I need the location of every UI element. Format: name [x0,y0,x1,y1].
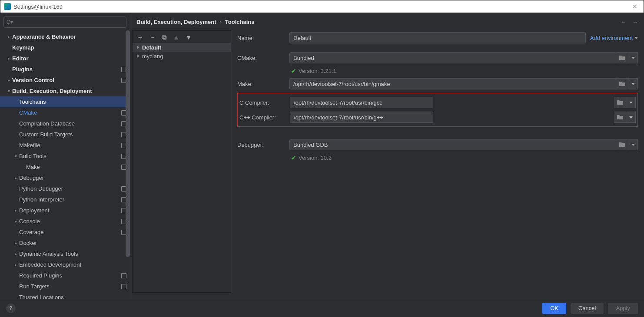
tree-item-label: Python Debugger [19,185,121,192]
cmake-browse-button[interactable] [616,52,628,63]
tree-item-console[interactable]: ▸Console [0,216,130,227]
cxx-compiler-dropdown-button[interactable] [626,112,636,123]
c-compiler-browse-button[interactable] [614,97,626,108]
tree-item-deployment[interactable]: ▸Deployment [0,205,130,216]
highlighted-compilers-box: C Compiler: /opt/rh/devtoolset-7/root/us… [237,93,638,127]
chevron-icon: ▸ [12,251,19,256]
tree-item-label: Appearance & Behavior [12,33,126,40]
debugger-field[interactable]: Bundled GDB [289,139,616,150]
nav-forward-icon[interactable]: → [632,19,638,25]
tree-item-label: Toolchains [19,99,126,105]
make-dropdown-button[interactable] [628,78,638,89]
tree-item-compilation-database[interactable]: Compilation Database [0,118,130,129]
nav-back-icon[interactable]: ← [621,19,626,25]
move-up-icon[interactable]: ▲ [173,34,179,40]
chevron-icon: ▸ [12,241,19,245]
search-box[interactable]: Q▾ [3,17,126,28]
chevron-down-icon [631,57,635,59]
tree-item-make[interactable]: Make [0,162,130,172]
c-compiler-field[interactable]: /opt/rh/devtoolset-7/root/usr/bin/gcc [290,97,433,108]
add-environment-link[interactable]: Add environment [590,35,638,41]
tree-item-label: Python Interpreter [19,196,121,203]
chevron-down-icon [634,37,638,39]
name-field[interactable]: Default [289,32,586,43]
tree-item-custom-build-targets[interactable]: Custom Build Targets [0,129,130,140]
toolchain-item-myclang[interactable]: myclang [133,52,231,60]
c-compiler-label: C Compiler: [239,99,290,106]
tree-item-python-debugger[interactable]: Python Debugger [0,183,130,194]
tree-item-label: Make [26,164,121,170]
tree-item-docker[interactable]: ▸Docker [0,238,130,248]
tree-item-label: Keymap [12,44,126,51]
tree-item-build-execution-deployment[interactable]: ▾Build, Execution, Deployment [0,86,130,96]
folder-icon [619,56,625,60]
search-input[interactable] [13,19,123,26]
ok-button[interactable]: OK [542,303,566,314]
tree-item-cmake[interactable]: CMake [0,107,130,118]
tree-item-appearance-behavior[interactable]: ▸Appearance & Behavior [0,31,130,42]
tree-item-label: Embedded Development [19,261,126,268]
toolchain-list-panel: ＋ － ⧉ ▲ ▼ Defaultmyclang [132,30,231,293]
app-icon [4,3,11,10]
tree-item-plugins[interactable]: Plugins [0,64,130,75]
tree-item-version-control[interactable]: ▸Version Control [0,75,130,86]
add-icon[interactable]: ＋ [137,34,143,40]
tree-item-label: Makefile [19,142,121,149]
check-icon: ✔ [291,155,296,161]
close-icon[interactable]: ✕ [630,3,640,10]
tree-item-label: Docker [19,240,126,246]
toolchain-item-default[interactable]: Default [133,43,231,52]
toolchain-icon [137,54,139,58]
help-button[interactable]: ? [6,304,16,313]
chevron-icon: ▸ [5,34,12,39]
tree-item-label: Required Plugins [19,272,121,279]
copy-icon[interactable]: ⧉ [162,34,167,40]
tree-item-trusted-locations[interactable]: Trusted Locations [0,292,130,299]
folder-icon [617,100,623,105]
c-compiler-dropdown-button[interactable] [626,97,636,108]
tree-item-embedded-development[interactable]: ▸Embedded Development [0,259,130,270]
toolchain-name: Default [142,44,161,51]
make-field[interactable]: /opt/rh/devtoolset-7/root/usr/bin/gmake [289,78,616,89]
chevron-icon: ▾ [5,89,12,93]
chevron-icon: ▸ [5,56,12,61]
remove-icon[interactable]: － [149,34,156,40]
breadcrumb: Build, Execution, Deployment › Toolchain… [130,13,644,30]
cxx-compiler-browse-button[interactable] [614,112,626,123]
cancel-button[interactable]: Cancel [571,303,604,314]
tree-item-label: Dynamic Analysis Tools [19,251,126,257]
tree-item-keymap[interactable]: Keymap [0,42,130,53]
check-icon: ✔ [291,68,296,74]
debugger-dropdown-button[interactable] [628,139,638,150]
tree-item-run-targets[interactable]: Run Targets [0,281,130,292]
tree-item-label: Custom Build Targets [19,131,121,138]
cmake-dropdown-button[interactable] [628,52,638,63]
tree-item-build-tools[interactable]: ▾Build Tools [0,151,130,162]
tree-item-debugger[interactable]: ▸Debugger [0,172,130,183]
chevron-icon: ▾ [12,154,19,158]
make-browse-button[interactable] [616,78,628,89]
name-label: Name: [237,35,289,41]
tree-item-makefile[interactable]: Makefile [0,140,130,151]
chevron-down-icon [631,83,635,85]
tree-item-label: Run Targets [19,283,121,290]
cmake-field[interactable]: Bundled [289,52,616,63]
tree-item-python-interpreter[interactable]: Python Interpreter [0,194,130,205]
window-title: Settings@linux-169 [13,3,63,10]
tree-item-label: Compilation Database [19,120,121,127]
move-down-icon[interactable]: ▼ [186,34,192,40]
tree-item-coverage[interactable]: Coverage [0,227,130,238]
apply-button[interactable]: Apply [608,303,638,314]
sidebar-scrollbar[interactable] [126,30,130,297]
tree-item-label: Coverage [19,229,121,235]
tree-item-editor[interactable]: ▸Editor [0,53,130,64]
tree-item-dynamic-analysis-tools[interactable]: ▸Dynamic Analysis Tools [0,248,130,259]
cxx-compiler-field[interactable]: /opt/rh/devtoolset-7/root/usr/bin/g++ [290,112,433,123]
tree-item-label: Plugins [12,66,121,73]
breadcrumb-root[interactable]: Build, Execution, Deployment [136,19,216,25]
debugger-browse-button[interactable] [616,139,628,150]
tree-item-toolchains[interactable]: Toolchains [0,96,130,107]
chevron-icon: ▸ [12,262,19,267]
tree-item-required-plugins[interactable]: Required Plugins [0,270,130,281]
settings-tree: ▸Appearance & BehaviorKeymap▸EditorPlugi… [0,31,130,299]
